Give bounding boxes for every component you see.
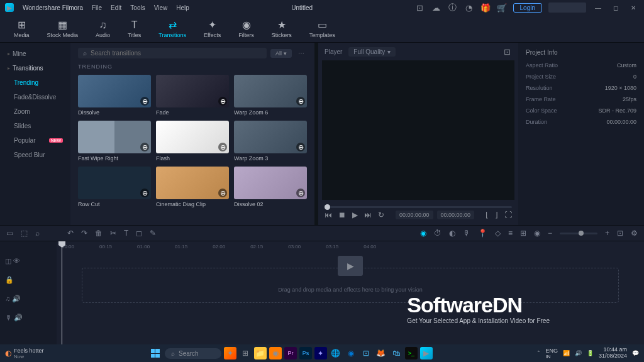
tray-lang[interactable]: ENGIN — [545, 348, 558, 359]
undo-icon[interactable]: ↶ — [67, 229, 74, 238]
tray-volume-icon[interactable]: 🔊 — [575, 350, 582, 356]
cloud-icon[interactable]: ☁ — [431, 3, 441, 13]
app-taskview[interactable]: ⊞ — [239, 347, 252, 359]
fullscreen-icon[interactable]: ⛶ — [504, 211, 512, 219]
magnet-icon[interactable]: ⌕ — [35, 229, 40, 238]
marker-icon[interactable]: 📍 — [478, 229, 487, 238]
menu-file[interactable]: File — [92, 4, 102, 11]
filter-all[interactable]: All▾ — [270, 49, 292, 58]
group-icon[interactable]: ⊞ — [520, 229, 526, 238]
edit-icon[interactable]: ✎ — [150, 229, 156, 238]
split-icon[interactable]: ✂ — [110, 229, 116, 238]
app-photos[interactable]: ⊡ — [360, 347, 372, 359]
render-icon[interactable]: ◉ — [534, 229, 540, 238]
text-icon[interactable]: T — [124, 229, 128, 238]
color-icon[interactable]: ◐ — [449, 229, 455, 238]
settings-icon[interactable]: ⚙ — [631, 229, 638, 238]
playhead[interactable] — [62, 241, 62, 344]
timeline-dropzone[interactable]: ▶ Drag and drop media and effects here t… — [82, 268, 619, 303]
start-button[interactable] — [148, 346, 162, 360]
app-after[interactable]: ✦ — [314, 347, 327, 359]
sidebar-item-popular[interactable]: PopularNEW — [0, 133, 70, 148]
tray-notif-icon[interactable]: 💬 — [632, 350, 639, 356]
tool-filters[interactable]: ◉Filters — [232, 18, 260, 40]
app-chrome[interactable]: 🌐 — [330, 347, 342, 359]
zoom-out-icon[interactable]: − — [548, 229, 552, 238]
sidebar-item-trending[interactable]: Trending — [0, 75, 70, 90]
thumb-item[interactable]: Dissolve 02 — [234, 167, 307, 207]
app-store[interactable]: 🛍 — [390, 347, 402, 359]
tool-effects[interactable]: ✦Effects — [197, 18, 227, 40]
app-copilot[interactable]: ✦ — [224, 347, 236, 359]
fit-icon[interactable]: ⊡ — [617, 229, 623, 238]
menu-edit[interactable]: Edit — [111, 4, 121, 11]
menu-help[interactable]: Help — [176, 4, 189, 11]
tray-clock[interactable]: 10:44 am31/08/2024 — [599, 347, 627, 359]
delete-icon[interactable]: 🗑 — [95, 229, 103, 238]
tool-transitions[interactable]: ⇄Transitions — [152, 18, 192, 40]
tool-media[interactable]: ⊞Media — [8, 18, 36, 40]
stop-icon[interactable]: ⏹ — [338, 211, 346, 219]
zoom-slider[interactable] — [560, 233, 597, 234]
app-photoshop[interactable]: Ps — [299, 347, 312, 359]
track-audio[interactable]: ♫ 🔊 — [0, 289, 57, 308]
taskbar-search[interactable]: ⌕Search — [165, 348, 221, 359]
pointer-icon[interactable]: ▭ — [6, 229, 13, 238]
maximize-button[interactable]: ◻ — [610, 2, 621, 13]
preview-scrubber[interactable] — [325, 206, 512, 208]
sidebar-item-zoom[interactable]: Zoom — [0, 104, 70, 119]
screen-icon[interactable]: ⊡ — [415, 3, 425, 13]
login-button[interactable]: Login — [513, 3, 542, 13]
app-blender[interactable]: ◉ — [269, 347, 282, 359]
app-explorer[interactable]: 📁 — [254, 347, 267, 359]
help-icon[interactable]: ⓘ — [448, 3, 458, 13]
thumb-item[interactable]: Cinematic Diag Clip — [156, 167, 229, 207]
app-premiere[interactable]: Pr — [284, 347, 297, 359]
app-firefox[interactable]: 🦊 — [375, 347, 387, 359]
menu-view[interactable]: View — [154, 4, 168, 11]
track-mic[interactable]: 🎙 🔊 — [0, 308, 57, 327]
redo-icon[interactable]: ↷ — [81, 229, 87, 238]
app-terminal[interactable]: >_ — [405, 347, 418, 359]
gift-icon[interactable]: 🎁 — [480, 3, 491, 13]
prev-frame-icon[interactable]: ⏮ — [325, 211, 332, 219]
tool-stickers[interactable]: ★Stickers — [265, 18, 298, 40]
loop-icon[interactable]: ↻ — [378, 211, 384, 219]
track-lock[interactable]: 🔒 — [0, 270, 57, 289]
transition-search[interactable]: ⌕ — [78, 48, 267, 58]
cart-icon[interactable]: 🛒 — [497, 3, 507, 13]
keyframe-icon[interactable]: ◇ — [495, 229, 501, 238]
select-icon[interactable]: ⬚ — [21, 229, 28, 238]
app-filmora[interactable]: ▶ — [420, 347, 433, 359]
voice-icon[interactable]: 🎙 — [463, 229, 470, 238]
minimize-button[interactable]: — — [592, 2, 604, 13]
tool-templates[interactable]: ▭Templates — [303, 18, 341, 40]
notif-icon[interactable]: ◔ — [464, 3, 474, 13]
thumb-item[interactable]: Fast Wipe Right — [78, 121, 151, 162]
thumb-item[interactable]: Dissolve — [78, 75, 151, 116]
track-video[interactable]: ◫ 👁 — [0, 251, 57, 270]
tray-wifi-icon[interactable]: 📶 — [563, 350, 570, 356]
speed-icon[interactable]: ⏱ — [434, 229, 441, 238]
tool-titles[interactable]: TTitles — [121, 18, 147, 40]
quality-dropdown[interactable]: Full Quality▾ — [348, 47, 396, 57]
mark-in-icon[interactable]: ⌊ — [486, 211, 489, 219]
track-icon[interactable]: ≡ — [508, 229, 513, 238]
search-input[interactable] — [91, 50, 262, 57]
menu-tools[interactable]: Tools — [130, 4, 145, 11]
sidebar-mine[interactable]: Mine — [0, 47, 70, 61]
thumb-item[interactable]: Warp Zoom 3 — [234, 121, 307, 162]
thumb-item[interactable]: Fade — [156, 75, 229, 116]
thumb-item[interactable]: Row Cut — [78, 167, 151, 207]
crop-icon[interactable]: ◻ — [136, 229, 142, 238]
sidebar-item-speedblur[interactable]: Speed Blur — [0, 148, 70, 162]
next-frame-icon[interactable]: ⏭ — [364, 211, 372, 219]
tool-audio[interactable]: ♫Audio — [89, 18, 116, 40]
sidebar-item-fade[interactable]: Fade&Dissolve — [0, 90, 70, 104]
sidebar-item-slides[interactable]: Slides — [0, 119, 70, 133]
snapshot-icon[interactable]: ⊡ — [502, 47, 512, 57]
thumb-item[interactable]: Warp Zoom 6 — [234, 75, 307, 116]
tray-battery-icon[interactable]: 🔋 — [587, 350, 594, 356]
mark-out-icon[interactable]: ⌋ — [495, 211, 498, 219]
titlebar-search[interactable] — [548, 3, 586, 13]
